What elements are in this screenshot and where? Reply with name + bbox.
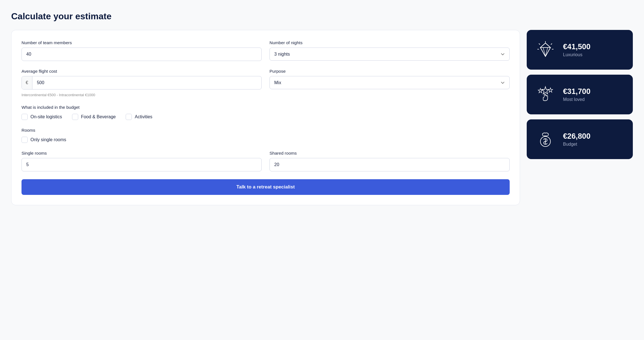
checkbox-single-rooms-item[interactable]: Only single rooms bbox=[22, 137, 510, 143]
luxurious-tier: Luxurious bbox=[563, 52, 590, 57]
flight-cost-label: Average flight cost bbox=[22, 69, 262, 74]
row-team-nights: Number of team members Number of nights … bbox=[22, 40, 510, 61]
checkbox-activities-item[interactable]: Activities bbox=[126, 114, 152, 120]
group-flight-cost: Average flight cost € Intercontinental €… bbox=[22, 69, 262, 97]
results-column: €41,500 Luxurious €31,7 bbox=[527, 30, 633, 159]
svg-marker-1 bbox=[540, 43, 550, 48]
checkbox-logistics-item[interactable]: On-site logistics bbox=[22, 114, 62, 120]
checkbox-activities-box[interactable] bbox=[126, 114, 132, 120]
svg-marker-13 bbox=[542, 87, 549, 94]
svg-line-3 bbox=[545, 48, 550, 56]
checkbox-fb-box[interactable] bbox=[72, 114, 78, 120]
flight-cost-input[interactable] bbox=[32, 76, 261, 89]
currency-prefix: € bbox=[22, 76, 32, 89]
group-team-members: Number of team members bbox=[22, 40, 262, 61]
team-members-label: Number of team members bbox=[22, 40, 262, 45]
shared-rooms-input[interactable] bbox=[269, 158, 510, 171]
budget-tier: Budget bbox=[563, 142, 590, 147]
checkbox-activities-label: Activities bbox=[135, 114, 152, 119]
budget-amount: €26,800 bbox=[563, 132, 590, 141]
most-loved-tier: Most loved bbox=[563, 97, 590, 102]
svg-line-8 bbox=[539, 44, 540, 44]
purpose-select[interactable]: Mix Team Building Strategy Kickoff Celeb… bbox=[269, 76, 510, 89]
checkbox-fb-item[interactable]: Food & Beverage bbox=[72, 114, 116, 120]
result-card-most-loved: €31,700 Most loved bbox=[527, 75, 633, 114]
flight-cost-input-wrapper: € bbox=[22, 76, 262, 89]
nights-select[interactable]: 3 nights 1 night 2 nights 4 nights 5 nig… bbox=[269, 48, 510, 61]
page-title: Calculate your estimate bbox=[11, 11, 633, 22]
main-layout: Number of team members Number of nights … bbox=[11, 30, 633, 205]
flight-cost-hint: Intercontinental €500 - Intracontinental… bbox=[22, 93, 262, 97]
single-rooms-label: Single rooms bbox=[22, 151, 262, 156]
budget-info: €26,800 Budget bbox=[563, 132, 590, 147]
checkbox-logistics-box[interactable] bbox=[22, 114, 28, 120]
result-card-luxurious: €41,500 Luxurious bbox=[527, 30, 633, 70]
svg-marker-11 bbox=[538, 88, 543, 93]
diamond-icon bbox=[536, 40, 555, 60]
moneybag-icon bbox=[536, 129, 555, 149]
calculator-card: Number of team members Number of nights … bbox=[11, 30, 520, 205]
luxurious-info: €41,500 Luxurious bbox=[563, 42, 590, 57]
cta-button[interactable]: Talk to a retreat specialist bbox=[22, 179, 510, 195]
checkboxes-row: On-site logistics Food & Beverage Activi… bbox=[22, 114, 510, 120]
purpose-label: Purpose bbox=[269, 69, 510, 74]
budget-section: What is included in the budget On-site l… bbox=[22, 105, 510, 120]
checkbox-fb-label: Food & Beverage bbox=[81, 114, 116, 119]
group-single-rooms: Single rooms bbox=[22, 151, 262, 171]
svg-line-5 bbox=[545, 48, 548, 56]
budget-label: What is included in the budget bbox=[22, 105, 510, 110]
rooms-section: Rooms Only single rooms bbox=[22, 128, 510, 143]
rooms-title: Rooms bbox=[22, 128, 510, 133]
group-shared-rooms: Shared rooms bbox=[269, 151, 510, 171]
nights-label: Number of nights bbox=[269, 40, 510, 45]
most-loved-amount: €31,700 bbox=[563, 87, 590, 96]
row-flight-purpose: Average flight cost € Intercontinental €… bbox=[22, 69, 510, 97]
group-nights: Number of nights 3 nights 1 night 2 nigh… bbox=[269, 40, 510, 61]
result-card-budget: €26,800 Budget bbox=[527, 119, 633, 159]
shared-rooms-label: Shared rooms bbox=[269, 151, 510, 156]
svg-line-7 bbox=[551, 44, 552, 44]
checkbox-single-rooms-label: Only single rooms bbox=[30, 137, 66, 142]
checkbox-logistics-label: On-site logistics bbox=[30, 114, 62, 119]
stars-icon bbox=[536, 85, 555, 104]
luxurious-amount: €41,500 bbox=[563, 42, 590, 51]
row-rooms: Single rooms Shared rooms bbox=[22, 151, 510, 171]
svg-marker-12 bbox=[548, 88, 553, 92]
team-members-input[interactable] bbox=[22, 48, 262, 61]
checkbox-single-rooms-box[interactable] bbox=[22, 137, 28, 143]
single-rooms-input[interactable] bbox=[22, 158, 262, 171]
svg-line-4 bbox=[543, 48, 545, 56]
group-purpose: Purpose Mix Team Building Strategy Kicko… bbox=[269, 69, 510, 97]
svg-line-2 bbox=[540, 48, 545, 56]
most-loved-info: €31,700 Most loved bbox=[563, 87, 590, 102]
